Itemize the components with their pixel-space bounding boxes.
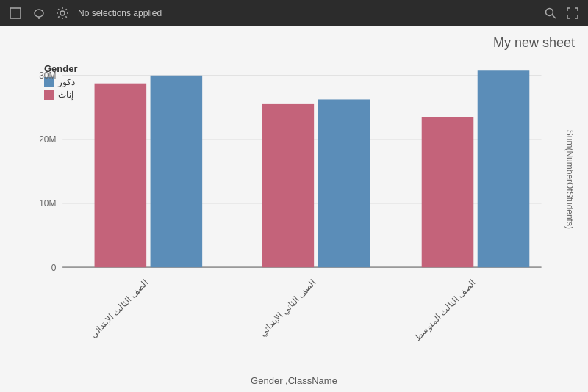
main-area: My new sheet Gender ذكور إناث 0 1 [0,26,588,392]
x-axis-label: Gender ,ClassName [251,375,337,386]
bar-group1-male[interactable] [151,76,203,267]
svg-text:20M: 20M [39,134,56,145]
svg-rect-0 [10,8,21,18]
search-icon[interactable] [542,5,559,21]
bar-group2-male[interactable] [318,99,370,267]
lasso-icon[interactable] [31,5,47,21]
svg-text:0: 0 [51,263,57,273]
select-icon[interactable] [7,5,24,21]
chart-container: Gender ذكور إناث 0 10M 20M 30M [15,59,573,355]
settings-icon[interactable] [54,5,71,21]
bar-group3-male[interactable] [478,70,530,267]
bar-group2-female[interactable] [262,104,315,267]
toolbar: No selections applied [0,0,588,26]
bar-group1-female[interactable] [95,84,147,268]
x-label-group2: الصف الثاني الابتدائي [257,277,318,338]
sheet-title: My new sheet [493,35,575,51]
toolbar-right [542,5,581,21]
svg-line-5 [553,15,556,19]
svg-text:30M: 30M [39,70,56,81]
x-label-group1: الصف الثالث الابتدائي [88,277,150,340]
svg-text:10M: 10M [39,198,56,208]
x-label-group3: الصف الثالث المتوسط [412,277,478,343]
toolbar-status: No selections applied [78,8,535,18]
svg-point-1 [35,10,43,17]
bar-chart: 0 10M 20M 30M الصف الثالث الابتدائي الصف [15,59,573,355]
fullscreen-icon[interactable] [564,5,581,21]
svg-point-4 [546,9,553,16]
y-axis-label: Sum(NumberOfStudents) [564,130,573,229]
svg-point-3 [60,11,65,15]
bar-group3-female[interactable] [422,117,474,267]
